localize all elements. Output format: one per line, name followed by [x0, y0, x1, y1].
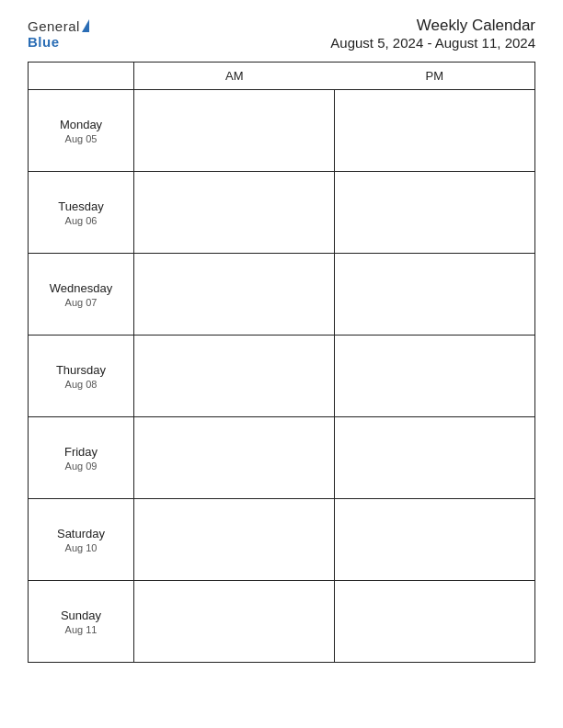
calendar-title: Weekly Calendar	[330, 17, 535, 35]
friday-cell: Friday Aug 09	[29, 417, 134, 498]
table-row: Saturday Aug 10	[29, 499, 534, 581]
am-header: AM	[134, 63, 335, 89]
pm-header: PM	[335, 63, 535, 89]
saturday-pm-cell	[335, 499, 535, 580]
title-block: Weekly Calendar August 5, 2024 - August …	[330, 17, 535, 51]
tuesday-date: Aug 06	[65, 215, 98, 226]
friday-date: Aug 09	[65, 461, 98, 472]
wednesday-name: Wednesday	[50, 281, 112, 295]
calendar-dates: August 5, 2024 - August 11, 2024	[330, 35, 535, 51]
page-header: General Blue Weekly Calendar August 5, 2…	[0, 0, 563, 62]
monday-cell: Monday Aug 05	[29, 90, 134, 171]
wednesday-pm-cell	[335, 254, 535, 335]
table-row: Wednesday Aug 07	[29, 254, 534, 336]
wednesday-am-cell	[134, 254, 335, 335]
monday-pm-cell	[335, 90, 535, 171]
monday-am-cell	[134, 90, 335, 171]
logo-triangle-icon	[82, 19, 89, 32]
table-row: Friday Aug 09	[29, 417, 534, 499]
tuesday-am-cell	[134, 172, 335, 253]
saturday-am-cell	[134, 499, 335, 580]
thursday-date: Aug 08	[65, 379, 98, 390]
sunday-date: Aug 11	[65, 624, 98, 635]
tuesday-name: Tuesday	[58, 199, 103, 213]
corner-cell	[29, 63, 134, 89]
table-row: Tuesday Aug 06	[29, 172, 534, 254]
monday-name: Monday	[60, 118, 102, 131]
saturday-cell: Saturday Aug 10	[29, 499, 134, 580]
table-row: Monday Aug 05	[29, 90, 534, 172]
saturday-date: Aug 10	[65, 542, 98, 553]
sunday-am-cell	[134, 581, 335, 662]
friday-pm-cell	[335, 417, 535, 498]
logo: General Blue	[28, 18, 89, 50]
tuesday-cell: Tuesday Aug 06	[29, 172, 134, 253]
logo-general-text: General	[28, 18, 80, 34]
thursday-name: Thursday	[56, 363, 106, 377]
table-row: Thursday Aug 08	[29, 336, 534, 417]
thursday-pm-cell	[335, 336, 535, 416]
thursday-cell: Thursday Aug 08	[29, 336, 134, 416]
logo-blue-text: Blue	[28, 34, 60, 50]
friday-am-cell	[134, 417, 335, 498]
sunday-cell: Sunday Aug 11	[29, 581, 134, 662]
friday-name: Friday	[64, 445, 98, 459]
monday-date: Aug 05	[65, 133, 98, 144]
saturday-name: Saturday	[57, 527, 105, 540]
sunday-name: Sunday	[61, 609, 101, 622]
calendar-table: AM PM Monday Aug 05 Tuesday Aug 06 Wedne…	[28, 62, 535, 663]
wednesday-date: Aug 07	[65, 297, 98, 308]
tuesday-pm-cell	[335, 172, 535, 253]
calendar-header: AM PM	[29, 63, 534, 90]
table-row: Sunday Aug 11	[29, 581, 534, 662]
sunday-pm-cell	[335, 581, 535, 662]
wednesday-cell: Wednesday Aug 07	[29, 254, 134, 335]
thursday-am-cell	[134, 336, 335, 416]
